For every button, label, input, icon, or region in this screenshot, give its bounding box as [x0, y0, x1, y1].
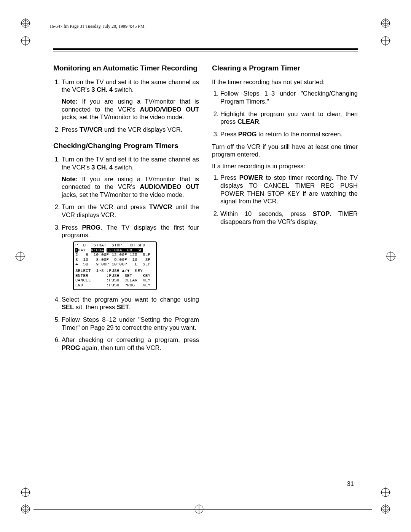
left-column: Monitoring an Automatic Timer Recording …: [53, 61, 199, 356]
paragraph: If a timer recording is in progress:: [212, 162, 358, 170]
text: until the VCR displays VCR.: [102, 126, 182, 133]
register-mark-icon: [15, 251, 25, 261]
key-label: SET: [117, 304, 129, 310]
checking-list: Turn on the TV and set it to the same ch…: [53, 155, 199, 351]
text: Turn on the VCR and press: [62, 203, 149, 210]
key-label: TV/VCR: [80, 126, 103, 133]
osd-footer: CANCEL :PUSH CLEAR KEY: [75, 278, 155, 283]
register-mark-icon: [381, 487, 390, 497]
clearing-list-1: Follow Steps 1–3 under "Checking/Changin…: [212, 89, 358, 138]
text: switch.: [113, 164, 134, 171]
osd-footer: END :PUSH PROG KEY: [75, 283, 155, 288]
key-label: PROG: [238, 131, 257, 137]
osd-row: 2 8 10:00P 12:00P 125 SLP: [75, 252, 155, 257]
note-label: Note:: [62, 98, 78, 105]
list-item: Turn on the TV and set it to the same ch…: [62, 155, 199, 198]
osd-row: 1DAY 9:00A 12:00A 08 SP: [75, 248, 155, 253]
osd-highlight: 9:00A: [91, 248, 104, 253]
text: Press: [220, 131, 238, 137]
osd-row: 4 SU 9:00P 10:00P L SLP: [75, 262, 155, 267]
key-label: PROG: [82, 224, 100, 231]
list-item: Turn on the VCR and press TV/VCR until t…: [62, 203, 199, 219]
key-label: 3 CH. 4: [91, 86, 113, 93]
key-label: CLEAR: [237, 118, 259, 125]
section-divider: [53, 48, 358, 51]
text: Press: [62, 224, 82, 231]
register-mark-icon: [381, 504, 390, 514]
paragraph: If the timer recording has not yet start…: [212, 78, 358, 86]
list-item: Press TV/VCR until the VCR displays VCR.: [62, 126, 199, 134]
text: to return to the normal screen.: [256, 131, 342, 137]
text: .: [259, 118, 261, 125]
text: DAY: [78, 248, 91, 253]
key-label: SEL: [62, 304, 74, 310]
key-label: STOP: [313, 210, 330, 217]
key-label: AUDIO/VIDEO OUT: [140, 106, 199, 113]
key-label: TV/VCR: [149, 203, 172, 210]
osd-highlight: 1: [75, 248, 78, 253]
register-mark-icon: [21, 504, 30, 514]
list-item: Highlight the program you want to clear,…: [220, 110, 358, 126]
list-item: Press PROG to return to the normal scree…: [220, 130, 358, 138]
register-mark-icon: [381, 36, 390, 46]
monitoring-list: Turn on the TV and set it to the same ch…: [53, 78, 199, 134]
list-item: Press PROG. The TV displays the first fo…: [62, 224, 199, 290]
text: Press: [220, 174, 239, 181]
key-label: AUDIO/VIDEO OUT: [140, 183, 199, 190]
text: Within 10 seconds, press: [220, 210, 313, 217]
text: .: [129, 304, 131, 310]
text: s/t, then press: [74, 304, 117, 310]
text: switch.: [113, 86, 134, 93]
list-item: Select the program you want to change us…: [62, 296, 199, 311]
running-head: 16-547.fm Page 31 Tuesday, July 20, 1999…: [49, 24, 388, 29]
page-number: 31: [347, 480, 354, 487]
register-mark-icon: [381, 18, 390, 28]
text: Select the program you want to change us…: [62, 296, 199, 303]
register-mark-icon: [21, 36, 30, 46]
register-mark-icon: [21, 487, 30, 497]
osd-row: 3 10 8:00P 9:00P 10 SP: [75, 257, 155, 262]
key-label: PROG: [62, 344, 80, 351]
heading-clearing: Clearing a Program Timer: [212, 64, 358, 73]
key-label: 3 CH. 4: [91, 164, 113, 171]
list-item: After checking or correcting a program, …: [62, 336, 199, 351]
note: Note: If you are using a TV/monitor that…: [62, 175, 199, 199]
list-item: Turn on the TV and set it to the same ch…: [62, 78, 199, 121]
page: 16-547.fm Page 31 Tuesday, July 20, 1999…: [23, 15, 388, 514]
list-item: Press POWER to stop timer recording. The…: [220, 174, 358, 205]
heading-monitoring: Monitoring an Automatic Timer Recording: [53, 64, 199, 73]
clearing-list-2: Press POWER to stop timer recording. The…: [212, 174, 358, 225]
register-mark-icon: [21, 18, 30, 28]
text: jacks, set the TV/monitor to the video m…: [62, 191, 184, 198]
content-columns: Monitoring an Automatic Timer Recording …: [53, 61, 358, 356]
text: [104, 248, 107, 253]
register-mark-icon: [194, 504, 204, 514]
heading-checking: Checking/Changing Program Timers: [53, 141, 199, 150]
note-label: Note:: [62, 176, 78, 182]
right-column: Clearing a Program Timer If the timer re…: [212, 61, 358, 356]
note: Note: If you are using a TV/monitor that…: [62, 97, 199, 121]
osd-footer: ENTER :PUSH SET KEY: [75, 273, 155, 278]
paragraph: Turn off the VCR if you still have at le…: [212, 143, 358, 158]
key-label: POWER: [239, 174, 263, 181]
text: After checking or correcting a program, …: [62, 336, 199, 343]
osd-header: P DT STRAT STOP CH SPD: [75, 243, 155, 248]
list-item: Follow Steps 1–3 under "Checking/Changin…: [220, 89, 358, 105]
list-item: Within 10 seconds, press STOP. TIMER dis…: [220, 210, 358, 225]
text: Press: [62, 126, 80, 133]
osd-highlight: 12:00A 08 SP: [107, 248, 143, 253]
text: again, then turn off the VCR.: [80, 344, 161, 351]
list-item: Follow Steps 8–12 under "Setting the Pro…: [62, 316, 199, 331]
text: jacks, set the TV/monitor to the video m…: [62, 113, 184, 120]
osd-footer: SELECT 1~8 :PUSH ▲/▼ KEY: [75, 268, 155, 273]
osd-screen: P DT STRAT STOP CH SPD 1DAY 9:00A 12:00A…: [73, 241, 157, 290]
register-mark-icon: [386, 251, 396, 261]
